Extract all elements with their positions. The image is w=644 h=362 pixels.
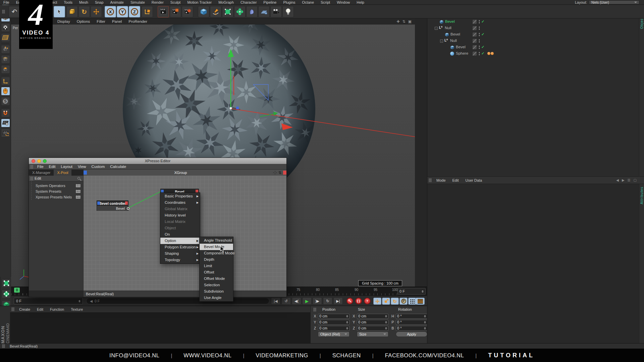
layout-select[interactable]: Niels (User): [589, 0, 639, 4]
submenu-item-offset-mode[interactable]: Offset Mode: [200, 276, 233, 282]
render-settings-button[interactable]: [182, 6, 193, 17]
history-back-icon[interactable]: ◀: [616, 178, 619, 182]
xp-menu-calculate[interactable]: Calculate: [107, 164, 129, 169]
polygons-mode-button[interactable]: [1, 65, 10, 74]
current-frame-spinner[interactable]: 0 F: [14, 298, 83, 304]
visibility-dots[interactable]: [479, 39, 480, 43]
viewport-swap-icon[interactable]: ⇅: [402, 19, 405, 24]
rotation-p-field[interactable]: 0 °: [396, 320, 427, 325]
bevel-output-port[interactable]: [127, 207, 129, 210]
lock-workplane-button[interactable]: [1, 119, 10, 127]
play-button[interactable]: ▶: [302, 297, 312, 305]
viewport-pan-icon[interactable]: ✚: [396, 19, 399, 24]
bevel-controller-node[interactable]: Bevel controller Bevel: [97, 200, 128, 211]
live-selection-button[interactable]: [54, 6, 65, 17]
add-spline-button[interactable]: [210, 6, 221, 17]
goto-start-button[interactable]: |◀: [271, 297, 280, 305]
mat-menu-texture[interactable]: Texture: [67, 307, 86, 312]
drag-handle[interactable]: [2, 10, 5, 13]
viewport-menu-prorender[interactable]: ProRender: [125, 19, 151, 24]
menu-item-basic-properties[interactable]: Basic Properties▶: [160, 193, 200, 199]
viewport-solo-button[interactable]: [1, 87, 10, 96]
xpresso-editor-window[interactable]: XPresso Editor File Edit Layout View Cus…: [29, 158, 287, 297]
lock-icon[interactable]: ▢: [634, 178, 637, 182]
menu-item-coordinates[interactable]: Coordinates▶: [160, 199, 200, 206]
tree-row-bevel-1[interactable]: Bevel ✓: [427, 19, 644, 25]
tab-x-manager[interactable]: X-Manager: [29, 170, 54, 176]
points-component-button[interactable]: [2, 279, 11, 288]
next-frame-button[interactable]: )▶: [313, 297, 322, 305]
submenu-item-use-angle[interactable]: Use Angle: [200, 295, 233, 301]
menu-item-history-level[interactable]: History level: [160, 212, 200, 219]
drag-handle[interactable]: [2, 344, 5, 348]
xp-menu-view[interactable]: View: [75, 164, 89, 169]
add-light-button[interactable]: [282, 6, 294, 17]
visibility-dots[interactable]: [479, 20, 480, 24]
pool-item-xpresso-presets-niels[interactable]: Xpresso Presets Niels: [32, 194, 83, 200]
mat-menu-create[interactable]: Create: [16, 307, 34, 312]
am-menu-edit[interactable]: Edit: [449, 178, 462, 183]
layer-toggle[interactable]: [473, 39, 477, 43]
lock-x-axis-button[interactable]: X: [105, 6, 116, 17]
viewport-menu-options[interactable]: Options: [73, 19, 94, 24]
position-mode-dropdown[interactable]: Object (Rel): [318, 331, 350, 337]
viewport-camera-label[interactable]: Per: [13, 26, 18, 30]
drag-handle[interactable]: [429, 178, 432, 182]
stepper-icon[interactable]: [78, 300, 80, 302]
lock-y-axis-button[interactable]: Y: [117, 6, 128, 17]
menu-item-option[interactable]: Option▶: [160, 238, 200, 244]
add-environment-button[interactable]: [258, 6, 270, 17]
tree-row-bevel-3[interactable]: Bevel ✓: [427, 44, 644, 51]
autokey-button[interactable]: ( ): [355, 298, 362, 304]
viewport-menu-filter[interactable]: Filter: [93, 19, 109, 24]
edges-mode-button[interactable]: [1, 55, 10, 64]
edges-component-button[interactable]: [2, 290, 11, 298]
layer-toggle[interactable]: [473, 26, 477, 30]
expander-icon[interactable]: -: [435, 27, 438, 30]
previous-key-button[interactable]: ↺: [281, 297, 291, 305]
visibility-dots[interactable]: [479, 45, 480, 49]
enable-axis-button[interactable]: [1, 77, 10, 85]
move-tool-button[interactable]: [91, 6, 102, 17]
layer-toggle[interactable]: [473, 45, 477, 49]
add-subdivision-surface-button[interactable]: [222, 6, 233, 17]
fit-view-icon[interactable]: ⇅: [278, 171, 281, 175]
tab-x-pool[interactable]: X-Pool: [54, 170, 71, 176]
xp-menu-edit[interactable]: Edit: [46, 164, 58, 169]
close-window-button[interactable]: [32, 159, 35, 163]
magnet-tool-button[interactable]: [1, 109, 10, 117]
record-keyframe-button[interactable]: [346, 298, 353, 304]
rotation-h-field[interactable]: 0 °: [396, 314, 427, 319]
render-view-button[interactable]: [158, 6, 169, 17]
xgroup-header[interactable]: XGroup ⇅: [84, 170, 286, 176]
visibility-dots[interactable]: [479, 52, 480, 56]
material-tag-icon[interactable]: [487, 52, 490, 55]
texture-mode-button[interactable]: [1, 23, 10, 32]
submenu-item-angle-threshold[interactable]: Angle Threshold: [200, 237, 233, 244]
add-camera-button[interactable]: [270, 6, 282, 17]
tree-row-null-1[interactable]: - L⁰ Null: [427, 25, 644, 32]
pool-item-system-presets[interactable]: System Presets: [32, 188, 83, 194]
drag-handle[interactable]: [11, 307, 14, 311]
viewport-menu-display[interactable]: Display: [54, 19, 73, 24]
tree-row-bevel-2[interactable]: Bevel ✓: [427, 32, 644, 38]
menu-pipeline[interactable]: Pipeline: [260, 0, 280, 5]
previous-frame-button[interactable]: ◀(: [292, 297, 301, 305]
expander-icon[interactable]: -: [440, 40, 443, 43]
menu-item-topology[interactable]: Topology▶: [160, 257, 200, 263]
pan-view-icon[interactable]: [273, 171, 277, 175]
menu-item-on[interactable]: On: [160, 231, 200, 238]
add-mograph-button[interactable]: [234, 6, 246, 17]
snap-button[interactable]: S: [1, 97, 10, 106]
record-position-toggle[interactable]: [373, 298, 381, 305]
drag-handle[interactable]: [30, 165, 33, 169]
group-output-port[interactable]: [283, 171, 286, 175]
menu-tools[interactable]: Tools: [60, 0, 76, 5]
viewport-menu-panel[interactable]: Panel: [109, 19, 125, 24]
am-menu-user-data[interactable]: User Data: [462, 178, 486, 183]
rotate-workplane-button[interactable]: [1, 129, 10, 137]
tree-row-null-2[interactable]: - L⁰ Null: [427, 38, 644, 44]
apply-button[interactable]: Apply: [396, 331, 427, 337]
size-z-field[interactable]: 0 cm: [357, 326, 388, 331]
menu-script[interactable]: Script: [317, 0, 333, 5]
